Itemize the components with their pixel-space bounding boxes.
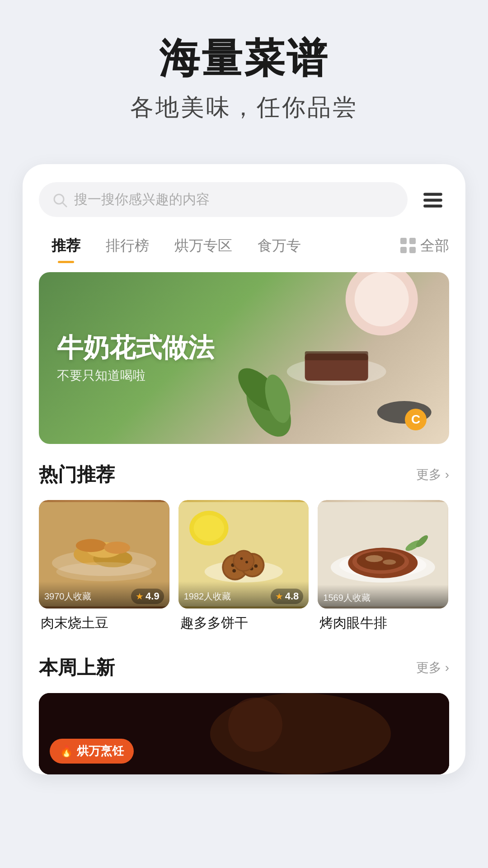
search-placeholder-text: 搜一搜你感兴趣的内容 <box>74 190 210 209</box>
new-card-badge: 🔥 烘万烹饪 <box>50 739 134 764</box>
tab-active-indicator <box>58 261 74 263</box>
food-card-3[interactable]: 1569人收藏 烤肉眼牛排 <box>318 500 448 632</box>
svg-point-39 <box>240 557 243 560</box>
hero-main-title: 海量菜谱 <box>18 36 470 81</box>
tab-recommended[interactable]: 推荐 <box>39 231 93 261</box>
search-input-wrap[interactable]: 搜一搜你感兴趣的内容 <box>39 182 408 217</box>
banner-title: 牛奶花式做法 <box>57 332 214 363</box>
food-card-2-name: 趣多多饼干 <box>178 614 309 632</box>
food-card-3-name: 烤肉眼牛排 <box>318 614 448 632</box>
svg-rect-2 <box>423 193 442 196</box>
food-cards-row: 3970人收藏 ★ 4.9 肉末烧土豆 <box>39 500 449 632</box>
hero-sub-title: 各地美味，任你品尝 <box>18 92 470 123</box>
grid-icon <box>400 238 417 254</box>
svg-point-48 <box>383 560 396 565</box>
search-icon <box>52 192 68 208</box>
new-section-title: 本周上新 <box>39 655 115 680</box>
hot-section-header: 热门推荐 更多 › <box>39 462 449 487</box>
star-icon-2: ★ <box>275 591 283 602</box>
food-card-2-image: 1982人收藏 ★ 4.8 <box>178 500 309 609</box>
hot-section-more[interactable]: 更多 › <box>416 466 449 483</box>
card-1-collectors: 3970人收藏 <box>44 590 92 603</box>
svg-line-1 <box>63 203 66 206</box>
food-card-2[interactable]: 1982人收藏 ★ 4.8 趣多多饼干 <box>178 500 309 632</box>
hero-section: 海量菜谱 各地美味，任你品尝 <box>0 0 488 151</box>
tabs-row: 推荐 排行榜 烘万专区 食万专 全部 <box>23 231 465 261</box>
app-card: 搜一搜你感兴趣的内容 推荐 排行榜 烘万专区 食万专 <box>23 164 465 774</box>
card-1-rating-num: 4.9 <box>145 590 160 602</box>
hot-section-title: 热门推荐 <box>39 462 115 487</box>
hot-section: 热门推荐 更多 › <box>23 444 465 642</box>
banner-logo: C <box>405 409 427 430</box>
food-card-1-name: 肉末烧土豆 <box>39 614 169 632</box>
fire-icon: 🔥 <box>60 745 73 758</box>
svg-rect-10 <box>305 351 368 360</box>
banner-text: 牛奶花式做法 不要只知道喝啦 <box>57 332 214 384</box>
svg-point-38 <box>234 551 253 570</box>
svg-point-31 <box>232 569 236 573</box>
tab-all[interactable]: 全部 <box>400 236 449 256</box>
card-2-rating: ★ 4.8 <box>271 589 304 604</box>
menu-icon-button[interactable] <box>417 184 449 216</box>
food-card-1[interactable]: 3970人收藏 ★ 4.9 肉末烧土豆 <box>39 500 169 632</box>
card-1-rating: ★ 4.9 <box>131 589 164 604</box>
svg-rect-3 <box>423 198 442 202</box>
new-week-card[interactable]: 🔥 烘万烹饪 <box>39 693 449 774</box>
svg-rect-4 <box>423 204 442 208</box>
banner-subtitle: 不要只知道喝啦 <box>57 367 214 384</box>
svg-point-21 <box>104 542 130 554</box>
food-card-1-image: 3970人收藏 ★ 4.9 <box>39 500 169 609</box>
svg-point-22 <box>56 562 152 581</box>
card-2-rating-num: 4.8 <box>285 590 299 602</box>
tab-ranking[interactable]: 排行榜 <box>93 231 162 261</box>
star-icon-1: ★ <box>136 591 144 602</box>
food-card-3-image: 1569人收藏 <box>318 500 448 609</box>
svg-point-47 <box>366 555 383 562</box>
search-bar-row: 搜一搜你感兴趣的内容 <box>23 182 465 217</box>
badge-text: 烘万烹饪 <box>77 743 124 759</box>
card-2-overlay: 1982人收藏 ★ 4.8 <box>178 581 309 609</box>
tab-baking[interactable]: 烘万专区 <box>162 231 245 261</box>
svg-point-20 <box>76 539 106 552</box>
svg-point-7 <box>354 272 408 326</box>
svg-point-35 <box>254 564 258 568</box>
card-3-overlay: 1569人收藏 <box>318 585 448 609</box>
new-section-more[interactable]: 更多 › <box>416 659 449 676</box>
card-1-overlay: 3970人收藏 ★ 4.9 <box>39 581 169 609</box>
new-section-header: 本周上新 更多 › <box>39 655 449 680</box>
banner[interactable]: 牛奶花式做法 不要只知道喝啦 C <box>39 272 449 444</box>
menu-icon <box>421 188 445 212</box>
svg-point-53 <box>228 698 282 752</box>
card-3-collectors: 1569人收藏 <box>323 592 371 604</box>
card-2-collectors: 1982人收藏 <box>184 590 231 603</box>
svg-point-25 <box>193 515 224 541</box>
svg-point-40 <box>245 561 248 563</box>
tab-food[interactable]: 食万专 <box>245 231 314 261</box>
new-section: 本周上新 更多 › 🔥 烘万烹饪 <box>23 642 465 774</box>
